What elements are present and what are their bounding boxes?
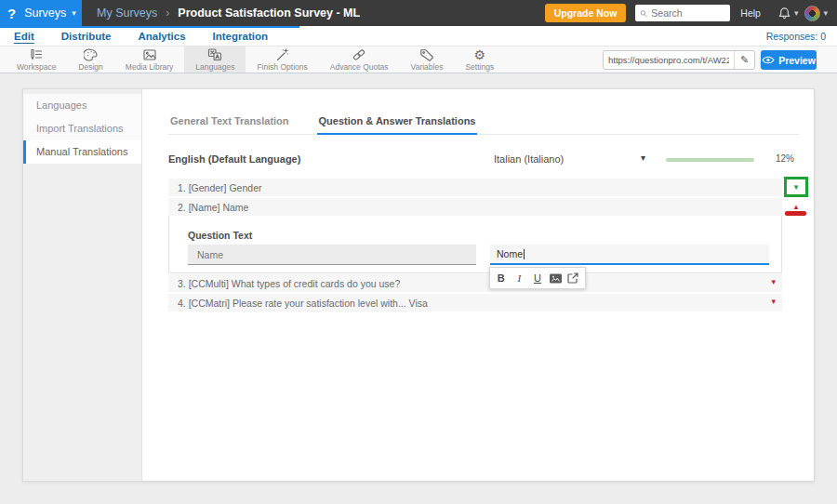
translations-card: Languages Import Translations Manual Tra… [22,88,815,482]
toolbar-label: Workspace [17,62,56,72]
gear-icon: ⚙ [474,48,486,61]
toolbar-label: Settings [465,62,494,72]
notifications-menu[interactable]: ▾ [777,7,799,20]
question-row-4[interactable]: 4. [CCMatri] Please rate your satisfacti… [168,294,782,312]
source-text-value: Name [197,249,223,260]
survey-section-nav: Edit Distribute Analytics Integration Re… [0,26,837,46]
product-menu[interactable]: ? Surveys ▾ [0,0,82,26]
expand-caret-icon[interactable]: ▾ [771,297,776,306]
tab-question-answer-translations[interactable]: Question & Answer Translations [317,115,478,135]
insert-image-button[interactable] [549,272,564,285]
question-2-editor-panel: Question Text Name Nome [168,216,782,273]
search-icon [640,8,647,19]
tab-general-text-translation[interactable]: General Text Translation [168,115,291,134]
question-label: 4. [CCMatri] Please rate your satisfacti… [178,298,428,309]
design-palette-icon [84,48,99,61]
survey-url-input[interactable] [604,55,734,65]
italic-button[interactable]: I [512,272,526,284]
nav-edit[interactable]: Edit [14,31,34,42]
toolbar-label: Advance Quotas [330,62,389,72]
translation-tabs: General Text Translation Question & Answ… [168,115,799,135]
help-link[interactable]: Help [740,7,761,19]
survey-url-box: ✎ [603,50,755,70]
nav-distribute[interactable]: Distribute [61,31,112,42]
toolbar-media-library[interactable]: Media Library [114,46,185,73]
toolbar-finish-options[interactable]: Finish Options [246,46,318,73]
question-label: 3. [CCMulti] What types of credit cards … [178,278,400,289]
translation-text-value: Nome [497,248,523,259]
breadcrumb: My Surveys › Product Satisfaction Survey… [97,7,360,20]
expand-caret-icon[interactable]: ▾ [794,182,799,192]
question-label: 1. [Gender] Gender [178,182,261,193]
annotation-green-highlight-box: ▾ [784,177,808,197]
eye-icon [762,56,775,64]
languages-translate-icon [207,48,222,61]
breadcrumb-separator-icon: › [166,7,169,20]
source-language-label: English (Default Language) [168,153,300,165]
toolbar-label: Media Library [126,62,174,72]
chevron-down-icon: ▾ [794,8,799,18]
chain-link-icon [352,48,366,61]
sidebar-item-manual-translations[interactable]: Manual Translations [23,140,141,164]
upgrade-now-button[interactable]: Upgrade Now [545,4,627,22]
translations-content: General Text Translation Question & Answ… [142,89,814,481]
text-cursor [524,249,525,259]
product-menu-label: Surveys [24,7,66,20]
active-survey-indicator [0,26,299,28]
translation-progress-bar [666,158,754,162]
search-input[interactable] [651,7,725,19]
account-menu[interactable]: ▾ [804,6,828,21]
toolbar-advance-quotas[interactable]: Advance Quotas [319,46,400,73]
question-list: 1. [Gender] Gender 2. [Name] Name Questi… [168,179,782,312]
workspace-icon [29,48,44,61]
top-navbar: ? Surveys ▾ My Surveys › Product Satisfa… [0,0,837,26]
toolbar-languages[interactable]: Languages [184,46,246,73]
insert-link-button[interactable] [566,272,581,285]
avatar [804,6,820,21]
preview-button[interactable]: Preview [761,50,817,70]
preview-label: Preview [778,55,816,66]
tag-icon [419,48,434,61]
question-row-3[interactable]: 3. [CCMulti] What types of credit cards … [168,274,782,292]
breadcrumb-survey-title: Product Satisfaction Survey - ML [178,7,360,20]
pencil-icon: ✎ [740,54,749,66]
chevron-down-icon: ▾ [823,8,828,18]
responses-count[interactable]: Responses: 0 [766,31,826,42]
format-toolbar: B I U [489,267,586,289]
toolbar-design[interactable]: Design [67,46,113,73]
chevron-down-icon: ▾ [72,8,76,18]
toolbar-label: Variables [411,62,444,72]
toolbar-variables[interactable]: Variables [400,46,455,73]
questionpro-logo-icon: ? [7,6,16,21]
nav-analytics[interactable]: Analytics [138,31,185,42]
toolbar-label: Languages [195,62,234,72]
question-row-1[interactable]: 1. [Gender] Gender [168,179,782,196]
source-text-field: Name [188,245,476,265]
toolbar-label: Design [78,62,102,72]
question-row-2[interactable]: 2. [Name] Name [168,198,782,216]
annotation-red-underline [785,211,806,216]
question-label: 2. [Name] Name [178,202,248,213]
target-language-select[interactable]: Italian (Italiano) [494,153,564,165]
bold-button[interactable]: B [494,272,509,284]
media-image-icon [142,48,157,61]
sidebar-item-import-translations[interactable]: Import Translations [23,117,141,140]
sidebar-item-languages[interactable]: Languages [23,94,141,117]
translation-text-field[interactable]: Nome [490,245,769,265]
toolbar-settings[interactable]: ⚙ Settings [454,46,505,73]
breadcrumb-my-surveys[interactable]: My Surveys [97,7,157,20]
question-text-label: Question Text [188,230,252,241]
underline-button[interactable]: U [530,272,545,284]
nav-integration[interactable]: Integration [213,31,268,42]
global-search[interactable] [635,5,730,21]
translations-sidebar: Languages Import Translations Manual Tra… [23,89,142,481]
edit-toolbar: Workspace Design Media Library [0,46,837,73]
edit-url-button[interactable]: ✎ [734,51,754,69]
chevron-down-icon[interactable]: ▾ [641,153,645,163]
magic-wand-icon [275,48,290,61]
toolbar-workspace[interactable]: Workspace [6,46,67,73]
collapse-caret-icon[interactable]: ▴ [788,202,804,211]
expand-caret-icon[interactable]: ▾ [771,277,776,286]
bell-icon [777,7,791,20]
toolbar-label: Finish Options [257,62,307,72]
